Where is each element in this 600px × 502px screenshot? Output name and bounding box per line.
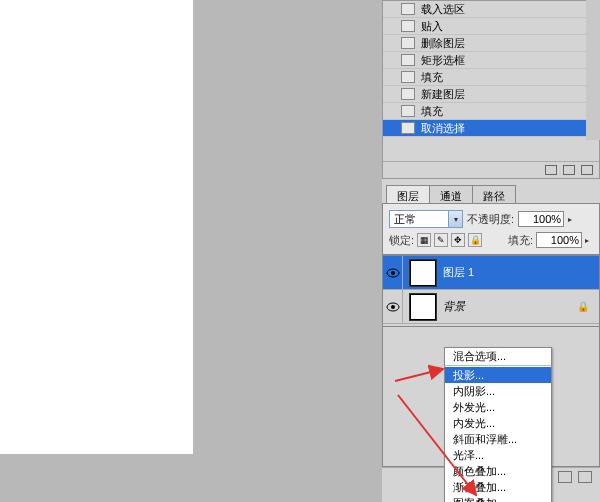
history-item[interactable]: 新建图层 [383, 86, 599, 103]
blend-mode-select[interactable]: 正常▾ [389, 210, 463, 228]
history-item[interactable]: 矩形选框 [383, 52, 599, 69]
history-icon [401, 54, 415, 66]
history-item-selected[interactable]: 取消选择 [383, 120, 599, 137]
layer-row[interactable]: 图层 1 [383, 256, 599, 290]
history-item[interactable]: 填充 [383, 69, 599, 86]
history-icon [401, 37, 415, 49]
lock-transparency-icon[interactable]: ▦ [417, 233, 431, 247]
history-item[interactable]: 载入选区 [383, 1, 599, 18]
lock-all-icon[interactable]: 🔒 [468, 233, 482, 247]
tab-paths[interactable]: 路径 [472, 185, 516, 203]
layer-row[interactable]: 背景 🔒 [383, 290, 599, 324]
annotation-arrow [398, 395, 488, 502]
menu-drop-shadow[interactable]: 投影... [445, 367, 551, 383]
history-item[interactable]: 填充 [383, 103, 599, 120]
history-footer [383, 161, 599, 178]
chevron-right-icon[interactable]: ▸ [585, 236, 593, 245]
tab-layers[interactable]: 图层 [386, 185, 430, 203]
snapshot-icon[interactable] [545, 165, 557, 175]
trash-icon[interactable] [581, 165, 593, 175]
visibility-toggle[interactable] [383, 256, 403, 290]
visibility-toggle[interactable] [383, 290, 403, 324]
fill-label: 填充: [508, 233, 533, 248]
lock-label: 锁定: [389, 233, 414, 248]
trash-icon[interactable] [578, 471, 592, 483]
history-item[interactable]: 删除图层 [383, 35, 599, 52]
new-doc-icon[interactable] [563, 165, 575, 175]
layers-list: 图层 1 背景 🔒 [382, 255, 600, 327]
fill-input[interactable]: 100% [536, 232, 582, 248]
opacity-label: 不透明度: [467, 212, 514, 227]
history-icon [401, 88, 415, 100]
layer-name[interactable]: 图层 1 [443, 265, 599, 280]
svg-point-3 [391, 305, 395, 309]
history-panel: 载入选区 贴入 删除图层 矩形选框 填充 新建图层 填充 取消选择 [382, 0, 600, 179]
layer-name[interactable]: 背景 [443, 299, 577, 314]
new-layer-icon[interactable] [558, 471, 572, 483]
canvas-area[interactable] [0, 0, 193, 454]
panel-tabs: 图层 通道 路径 [382, 185, 600, 204]
panel-collapse-strip[interactable] [586, 0, 600, 140]
opacity-input[interactable]: 100% [518, 211, 564, 227]
annotation-arrow [395, 365, 455, 387]
svg-line-4 [395, 369, 443, 381]
lock-paint-icon[interactable]: ✎ [434, 233, 448, 247]
history-item[interactable]: 贴入 [383, 18, 599, 35]
layer-options: 正常▾ 不透明度: 100% ▸ 锁定: ▦ ✎ ✥ 🔒 填充: 100% ▸ [382, 204, 600, 255]
tab-channels[interactable]: 通道 [429, 185, 473, 203]
history-icon [401, 20, 415, 32]
layer-thumbnail[interactable] [409, 259, 437, 287]
chevron-right-icon[interactable]: ▸ [568, 215, 576, 224]
history-icon [401, 3, 415, 15]
history-icon [401, 122, 415, 134]
lock-position-icon[interactable]: ✥ [451, 233, 465, 247]
chevron-down-icon: ▾ [448, 211, 462, 227]
history-icon [401, 105, 415, 117]
svg-point-1 [391, 271, 395, 275]
menu-blend-options[interactable]: 混合选项... [445, 348, 551, 364]
history-icon [401, 71, 415, 83]
lock-icon: 🔒 [577, 301, 599, 312]
svg-line-5 [398, 395, 476, 495]
layer-thumbnail[interactable] [409, 293, 437, 321]
